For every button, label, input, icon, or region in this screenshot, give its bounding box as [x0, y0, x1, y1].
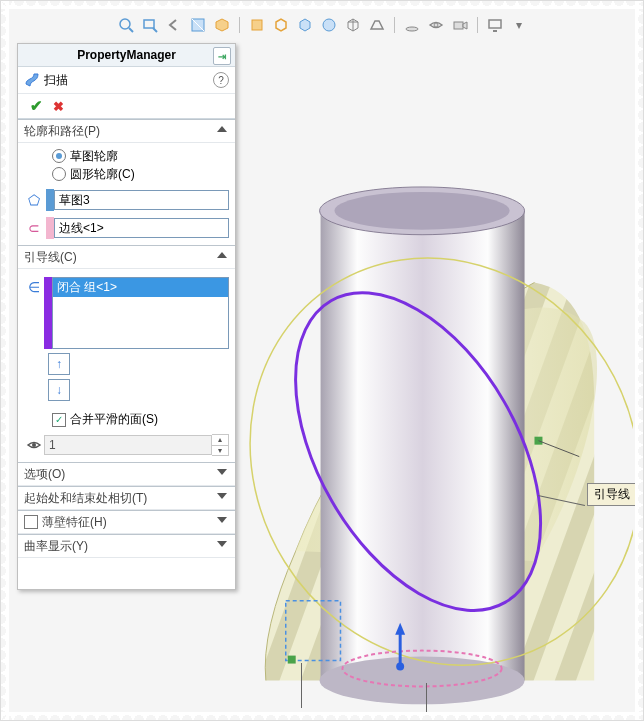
toolbar-separator	[239, 17, 240, 33]
section-tangent-label: 起始处和结束处相切(T)	[24, 490, 147, 507]
spinner-buttons[interactable]: ▴▾	[212, 434, 229, 456]
chevron-down-icon	[217, 541, 227, 551]
cancel-button[interactable]: ✖	[53, 99, 64, 114]
chevron-down-icon[interactable]: ▾	[510, 16, 528, 34]
propertymanager-title: PropertyManager	[77, 48, 176, 62]
leader-line	[301, 663, 302, 708]
svg-rect-27	[288, 656, 296, 664]
radio-icon	[52, 167, 66, 181]
section-profile-path-header[interactable]: 轮廓和路径(P)	[18, 119, 235, 143]
svg-point-0	[120, 19, 130, 29]
section-options-header[interactable]: 选项(O)	[18, 462, 235, 486]
perspective-icon[interactable]	[368, 16, 386, 34]
radio-sketch-profile-label: 草图轮廓	[70, 147, 118, 165]
hlr-icon[interactable]	[272, 16, 290, 34]
path-swatch	[46, 217, 54, 239]
viewport-toolbar: ▾	[1, 11, 643, 39]
section-options-label: 选项(O)	[24, 466, 65, 483]
section-view-icon[interactable]	[189, 16, 207, 34]
feature-header: 扫描 ?	[18, 67, 235, 94]
section-guide-curves-label: 引导线(C)	[24, 249, 77, 266]
zoom-area-icon[interactable]	[141, 16, 159, 34]
propertymanager-title-bar: PropertyManager ⇥	[18, 44, 235, 67]
svg-rect-10	[454, 22, 463, 29]
guide-count-input[interactable]	[44, 435, 212, 455]
svg-point-7	[323, 19, 335, 31]
radio-circular-profile-label: 圆形轮廓(C)	[70, 165, 135, 183]
section-profile-path-body: 草图轮廓 圆形轮廓(C) ⬠ ⊂	[18, 143, 235, 245]
svg-point-19	[335, 192, 510, 230]
chevron-up-icon	[217, 252, 227, 262]
monitor-icon[interactable]	[486, 16, 504, 34]
section-guide-curves-body: ∈ 闭合 组<1> ↑ ↓ 合并平滑的面(S) ▴▾	[18, 269, 235, 462]
chevron-down-icon	[217, 493, 227, 503]
svg-line-1	[129, 28, 133, 32]
shadows-icon[interactable]	[403, 16, 421, 34]
propertymanager-panel: PropertyManager ⇥ 扫描 ? ✔ ✖ 轮廓和路径(P) 草图轮廓…	[17, 43, 236, 590]
thin-feature-row[interactable]: 薄壁特征(H)	[18, 510, 235, 534]
guide-curve-item[interactable]: 闭合 组<1>	[53, 278, 228, 297]
callout-guide-curve: 引导线	[587, 483, 637, 506]
chevron-down-icon	[217, 469, 227, 479]
shaded-icon[interactable]	[320, 16, 338, 34]
guide-count-spinner: ▴▾	[24, 434, 229, 456]
merge-smooth-label: 合并平滑的面(S)	[70, 411, 158, 428]
svg-line-3	[153, 28, 157, 32]
svg-point-8	[406, 27, 418, 31]
help-button[interactable]: ?	[213, 72, 229, 88]
shaded-edges-icon[interactable]	[296, 16, 314, 34]
callout-guide-curve-label: 引导线	[594, 487, 630, 501]
radio-sketch-profile[interactable]: 草图轮廓	[52, 147, 229, 165]
svg-rect-11	[489, 20, 501, 28]
camera-icon[interactable]	[451, 16, 469, 34]
profile-field: ⬠	[24, 189, 229, 211]
section-curvature-header[interactable]: 曲率显示(Y)	[18, 534, 235, 558]
guide-order-controls: ↑ ↓	[48, 353, 68, 405]
toolbar-separator	[477, 17, 478, 33]
section-profile-path-label: 轮廓和路径(P)	[24, 123, 100, 140]
chevron-up-icon	[217, 126, 227, 136]
profile-swatch	[46, 189, 54, 211]
svg-point-26	[396, 663, 404, 671]
path-field: ⊂	[24, 217, 229, 239]
eye-icon[interactable]	[24, 435, 44, 455]
wireframe-icon[interactable]	[344, 16, 362, 34]
zoom-fit-icon[interactable]	[117, 16, 135, 34]
svg-point-13	[32, 443, 36, 447]
checkbox-icon	[24, 515, 38, 529]
svg-point-17	[320, 657, 525, 705]
move-up-button[interactable]: ↑	[48, 353, 70, 375]
section-tangent-header[interactable]: 起始处和结束处相切(T)	[18, 486, 235, 510]
path-icon: ⊂	[24, 218, 44, 238]
chevron-down-icon	[217, 517, 227, 527]
path-input[interactable]	[54, 218, 229, 238]
toolbar-separator	[394, 17, 395, 33]
sweep-icon	[24, 72, 40, 88]
move-down-button[interactable]: ↓	[48, 379, 70, 401]
pin-button[interactable]: ⇥	[213, 47, 231, 65]
guide-swatch	[44, 277, 52, 349]
guide-curve-listbox[interactable]: 闭合 组<1>	[52, 277, 229, 349]
merge-smooth-checkbox[interactable]: 合并平滑的面(S)	[52, 411, 229, 428]
display-style-icon[interactable]	[248, 16, 266, 34]
radio-circular-profile[interactable]: 圆形轮廓(C)	[52, 165, 229, 183]
eye-icon[interactable]	[427, 16, 445, 34]
section-curvature-label: 曲率显示(Y)	[24, 538, 88, 555]
profile-input[interactable]	[54, 190, 229, 210]
section-guide-curves-header[interactable]: 引导线(C)	[18, 245, 235, 269]
thin-feature-label: 薄壁特征(H)	[42, 514, 107, 531]
ok-cancel-bar: ✔ ✖	[18, 94, 235, 119]
svg-point-9	[434, 23, 438, 27]
checkbox-icon	[52, 413, 66, 427]
leader-line	[426, 683, 427, 713]
svg-rect-16	[321, 211, 525, 681]
graphics-viewport[interactable]: 引导线	[236, 43, 633, 710]
feature-name: 扫描	[44, 72, 68, 89]
guide-curve-icon: ∈	[24, 277, 44, 297]
svg-rect-2	[144, 20, 154, 28]
prev-view-icon[interactable]	[165, 16, 183, 34]
svg-rect-6	[252, 20, 262, 30]
ok-button[interactable]: ✔	[30, 97, 43, 115]
orient-view-icon[interactable]	[213, 16, 231, 34]
profile-icon: ⬠	[24, 190, 44, 210]
